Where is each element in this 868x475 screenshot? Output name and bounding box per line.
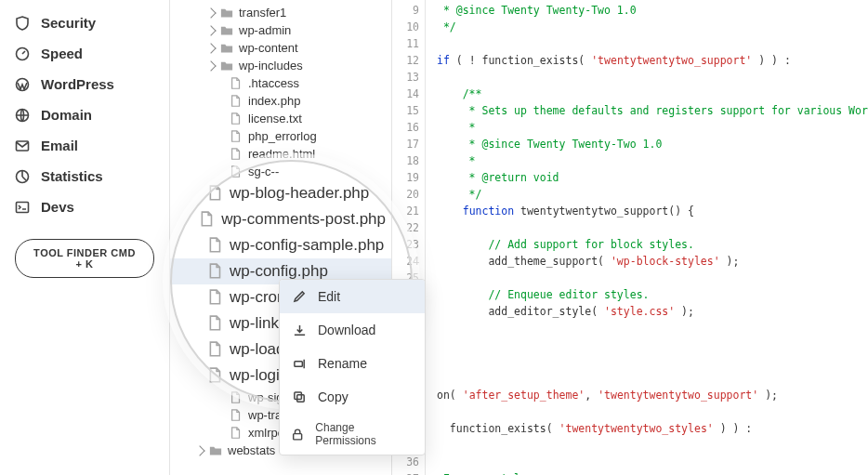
sidebar-item-devs[interactable]: Devs: [15, 191, 154, 222]
file-label: sg-c--: [248, 165, 279, 178]
chevron-right-icon: [205, 7, 216, 18]
ctx-rename[interactable]: Rename: [280, 347, 425, 380]
file-wp-blog-header.php[interactable]: wp-blog-header.php: [170, 180, 391, 206]
sidebar-item-email[interactable]: Email: [15, 130, 154, 161]
copy-icon: [293, 390, 307, 404]
file-icon: [230, 130, 243, 143]
code-line: [437, 454, 864, 470]
sidebar-item-label: Security: [41, 15, 96, 31]
file-icon: [207, 185, 224, 202]
file-.htaccess[interactable]: .htaccess: [170, 74, 391, 92]
code-line: [437, 403, 864, 420]
file-label: wp-blog-header.php: [230, 184, 369, 203]
code-lines[interactable]: * @since Twenty Twenty-Two 1.0 */ if ( !…: [426, 0, 868, 475]
file-wp-comments-post.php[interactable]: wp-comments-post.php: [170, 206, 391, 232]
mail-icon: [15, 139, 30, 153]
code-line: /**: [437, 86, 864, 102]
code-line: [437, 69, 864, 86]
file-icon: [230, 427, 243, 440]
file-label: php_errorlog: [248, 129, 317, 143]
folder-wp-admin[interactable]: wp-admin: [170, 21, 391, 39]
sidebar-item-label: Speed: [41, 46, 83, 61]
wordpress-icon: [15, 77, 30, 92]
folder-label: wp-admin: [239, 23, 291, 37]
folder-label: transfer1: [239, 6, 286, 20]
file-sg-c--[interactable]: sg-c--: [170, 163, 391, 180]
folder-icon: [220, 59, 233, 73]
chevron-right-icon: [205, 43, 216, 53]
file-icon: [207, 367, 224, 384]
folder-wp-includes[interactable]: wp-includes: [170, 57, 391, 74]
file-wp-config-sample.php[interactable]: wp-config-sample.php: [170, 232, 391, 258]
code-line: Enqueue styles.: [437, 470, 864, 475]
code-line: // Add support for block styles.: [437, 236, 864, 253]
code-line: add_editor_style( 'style.css' );: [437, 303, 864, 320]
code-editor: 9 10 11 12 13 14 15 16 17 18 19 20 21 22…: [392, 0, 868, 475]
download-icon: [293, 323, 307, 337]
ctx-label: Download: [318, 323, 375, 337]
file-icon: [230, 112, 243, 125]
code-line: // Enqueue editor styles.: [437, 286, 864, 303]
file-icon: [207, 341, 224, 358]
sidebar-item-statistics[interactable]: Statistics: [15, 161, 154, 191]
tool-finder-button[interactable]: TOOL FINDER CMD + K: [15, 239, 154, 278]
code-line: [437, 353, 864, 370]
folder-icon: [220, 24, 233, 37]
code-line: add_theme_support( 'wp-block-styles' );: [437, 253, 864, 270]
file-icon: [230, 77, 243, 90]
code-line: [437, 437, 864, 454]
file-icon: [230, 391, 243, 404]
file-label: wp-config.php: [230, 262, 328, 281]
sidebar-item-security[interactable]: Security: [15, 7, 154, 38]
pencil-icon: [293, 290, 307, 304]
code-line: */: [437, 19, 864, 35]
code-line: [437, 35, 864, 52]
ctx-edit[interactable]: Edit: [280, 280, 425, 313]
file-icon: [207, 263, 224, 280]
file-icon: [199, 211, 216, 228]
terminal-icon: [15, 200, 30, 215]
sidebar-item-label: WordPress: [41, 76, 114, 92]
code-line: *: [437, 119, 864, 136]
file-php_errorlog[interactable]: php_errorlog: [170, 127, 391, 145]
rename-icon: [293, 357, 307, 371]
code-line: * Sets up theme defaults and registers s…: [437, 102, 864, 119]
folder-label: wp-content: [239, 41, 298, 55]
file-label: wp-load: [230, 340, 285, 359]
file-index.php[interactable]: index.php: [170, 92, 391, 110]
folder-wp-content[interactable]: wp-content: [170, 39, 391, 57]
folder-icon: [220, 7, 233, 20]
ctx-label: Copy: [318, 389, 349, 404]
file-label: wp-cron: [230, 288, 285, 307]
sidebar-item-label: Statistics: [41, 168, 103, 184]
sidebar-item-wordpress[interactable]: WordPress: [15, 69, 154, 99]
chevron-right-icon: [194, 445, 204, 455]
file-icon: [230, 95, 243, 108]
globe-icon: [15, 108, 30, 123]
file-label: readme.html: [248, 147, 315, 161]
sidebar-item-label: Devs: [41, 199, 74, 215]
ctx-label: Edit: [318, 289, 340, 304]
code-line: function twentytwentytwo_support() {: [437, 203, 864, 219]
sidebar-item-label: Email: [41, 138, 78, 153]
ctx-copy[interactable]: Copy: [280, 380, 425, 414]
chevron-right-icon: [205, 25, 216, 35]
file-icon: [230, 148, 243, 161]
sidebar-item-domain[interactable]: Domain: [15, 99, 154, 130]
ctx-change-permissions[interactable]: Change Permissions: [280, 414, 425, 455]
code-line: *: [437, 152, 864, 169]
file-license.txt[interactable]: license.txt: [170, 110, 391, 127]
ctx-label: Change Permissions: [315, 421, 414, 447]
file-icon: [230, 409, 243, 422]
ctx-download[interactable]: Download: [280, 313, 425, 347]
file-icon: [207, 237, 224, 254]
file-icon: [207, 289, 224, 306]
folder-transfer1[interactable]: transfer1: [170, 4, 391, 21]
file-icon: [230, 165, 243, 178]
sidebar-item-speed[interactable]: Speed: [15, 38, 154, 69]
file-readme.html[interactable]: readme.html: [170, 145, 391, 163]
sidebar-item-label: Domain: [41, 107, 92, 123]
lock-icon: [291, 428, 304, 442]
file-label: index.php: [248, 94, 300, 108]
code-line: if ( ! function_exists( 'twentytwentytwo…: [437, 52, 864, 69]
